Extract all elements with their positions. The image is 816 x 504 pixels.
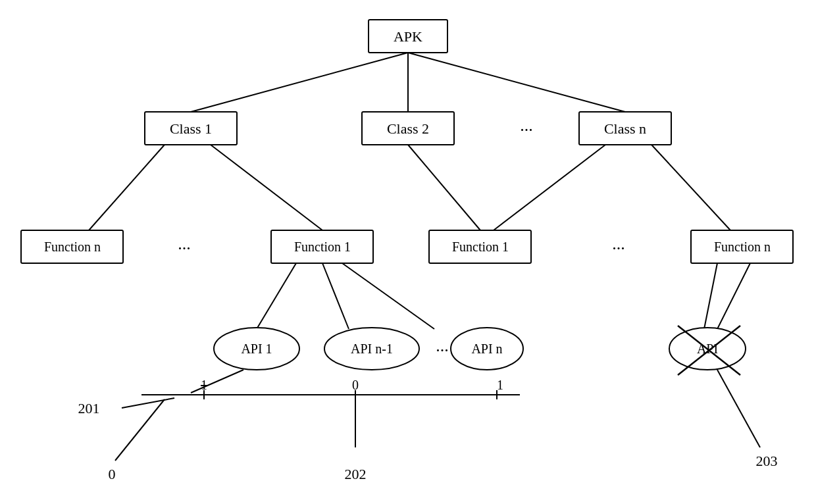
class1-label: Class 1: [170, 120, 212, 137]
line-classn-func1r: [494, 145, 605, 230]
funcn-right-label: Function n: [714, 239, 771, 254]
line-to-zero: [115, 399, 165, 461]
line-func1-apin: [342, 263, 434, 329]
val-0-bottom: 0: [109, 466, 116, 482]
line-classn-funcnr: [651, 145, 730, 230]
label-203: 203: [756, 453, 778, 469]
dots-class: ···: [520, 120, 533, 139]
val-neg1: 1: [201, 378, 207, 392]
line-func1-apin1: [322, 263, 349, 329]
line-func1-api1: [257, 263, 296, 329]
line-apk-classn: [408, 53, 625, 112]
func1-right-label: Function 1: [452, 239, 509, 254]
line-api1-numline: [191, 370, 243, 393]
val-1-right: 1: [497, 378, 503, 392]
line-201: [122, 398, 174, 408]
funcn-left-label: Function n: [44, 239, 101, 254]
api-n1-label: API n-1: [351, 341, 393, 356]
apk-label: APK: [394, 28, 422, 45]
apin-label: API n: [471, 341, 502, 356]
label-201: 201: [78, 400, 100, 416]
line-class1-funcn: [89, 145, 165, 230]
line-funcnr-apir: [704, 263, 717, 329]
val-0-mid: 0: [352, 378, 359, 392]
classn-label: Class n: [604, 120, 646, 137]
line-apk-class1: [191, 53, 408, 112]
func1-mid-label: Function 1: [294, 239, 351, 254]
line-funcnr-apir2: [717, 263, 750, 329]
class2-label: Class 2: [387, 120, 429, 137]
dots-func-left: ···: [178, 239, 191, 258]
line-funcnr-numline: [717, 370, 760, 447]
line-class2-func1r: [408, 145, 480, 230]
dots-func-right: ···: [612, 239, 625, 258]
dots-api: ···: [436, 341, 449, 360]
diagram-svg: APK Class 1 Class 2 ··· Class n Function…: [0, 0, 816, 504]
api1-label: API 1: [241, 341, 272, 356]
line-class1-func1: [211, 145, 322, 230]
label-202: 202: [345, 466, 367, 482]
